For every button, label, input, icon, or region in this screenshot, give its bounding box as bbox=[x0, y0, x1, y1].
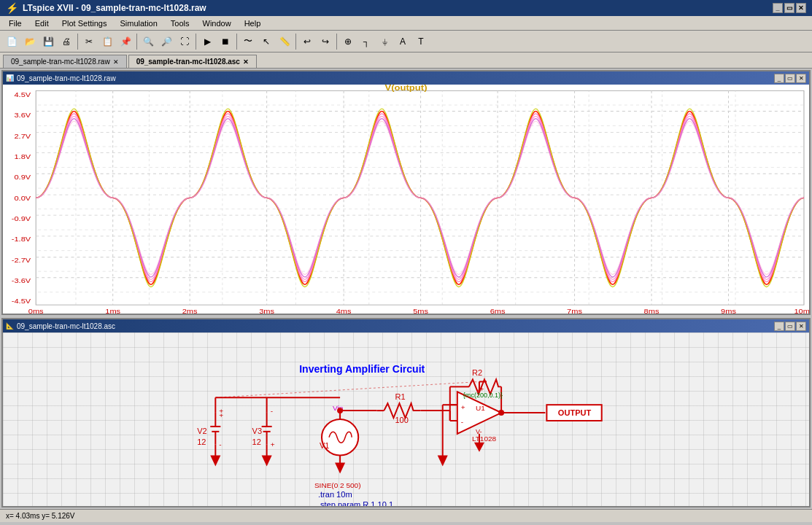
svg-text:R2: R2 bbox=[472, 369, 482, 378]
svg-text:9ms: 9ms bbox=[721, 308, 736, 314]
ground-button[interactable]: ⏚ bbox=[376, 33, 393, 50]
schematic-area[interactable]: Inverting Amplifier Circuit + V2 + - 12 bbox=[3, 332, 809, 506]
separator-2 bbox=[136, 34, 137, 50]
svg-line-114 bbox=[215, 381, 479, 397]
svg-marker-58 bbox=[210, 456, 220, 467]
copy-button[interactable]: 📋 bbox=[98, 33, 116, 50]
tab-bar: 09_sample-tran-mc-lt1028.raw ✕ 09_sample… bbox=[0, 52, 812, 69]
save-button[interactable]: 💾 bbox=[39, 33, 57, 50]
svg-marker-103 bbox=[438, 456, 448, 467]
tab-asc-label: 09_sample-tran-mc-lt1028.asc bbox=[136, 58, 240, 66]
schematic-titlebar: 📐 09_sample-tran-mc-lt1028.asc _ ▭ ✕ bbox=[3, 319, 809, 332]
svg-text:LT1028: LT1028 bbox=[472, 435, 497, 443]
svg-text:-0.9V: -0.9V bbox=[12, 214, 31, 222]
schematic-minimize-btn[interactable]: _ bbox=[774, 322, 784, 331]
separator-3 bbox=[196, 34, 196, 50]
svg-point-72 bbox=[322, 419, 358, 456]
svg-marker-70 bbox=[262, 456, 272, 467]
redo-button[interactable]: ↪ bbox=[317, 33, 334, 50]
component-button[interactable]: ⊕ bbox=[339, 33, 357, 50]
svg-text:.tran 10m: .tran 10m bbox=[318, 490, 352, 499]
plot-svg: 4.5V 3.6V 2.7V 1.8V 0.9V 0.0V -0.9V -1.8… bbox=[3, 85, 809, 314]
svg-text:8ms: 8ms bbox=[644, 308, 660, 314]
status-bar: x= 4.03ms y= 5.126V bbox=[0, 509, 812, 522]
menu-tools[interactable]: Tools bbox=[165, 18, 196, 29]
menu-help[interactable]: Help bbox=[239, 18, 267, 29]
svg-text:-1.8V: -1.8V bbox=[12, 235, 31, 242]
svg-text:100: 100 bbox=[395, 416, 408, 424]
svg-marker-76 bbox=[335, 463, 345, 474]
svg-text:2.7V: 2.7V bbox=[14, 133, 31, 140]
menu-edit[interactable]: Edit bbox=[29, 18, 55, 29]
measure-button[interactable]: 📏 bbox=[276, 33, 293, 50]
svg-point-84 bbox=[337, 408, 343, 413]
menu-plot-settings[interactable]: Plot Settings bbox=[56, 18, 113, 29]
svg-text:12: 12 bbox=[197, 438, 206, 446]
restore-button[interactable]: ▭ bbox=[784, 3, 794, 13]
print-button[interactable]: 🖨 bbox=[58, 33, 75, 50]
undo-button[interactable]: ↩ bbox=[298, 33, 316, 50]
tab-raw-label: 09_sample-tran-mc-lt1028.raw bbox=[11, 58, 110, 66]
plot-window: 📊 09_sample-tran-mc-lt1028.raw _ ▭ ✕ bbox=[1, 70, 811, 315]
zoom-fit-button[interactable]: ⛶ bbox=[176, 33, 193, 50]
minimize-button[interactable]: _ bbox=[773, 3, 783, 13]
svg-text:4.5V: 4.5V bbox=[14, 91, 31, 98]
svg-text:-4.5V: -4.5V bbox=[12, 297, 31, 304]
separator-6 bbox=[336, 34, 337, 50]
svg-text:R1: R1 bbox=[395, 392, 405, 401]
svg-text:SINE(0 2 500): SINE(0 2 500) bbox=[314, 481, 361, 489]
svg-text:3ms: 3ms bbox=[259, 308, 274, 314]
schematic-svg: Inverting Amplifier Circuit + V2 + - 12 bbox=[3, 332, 809, 506]
plot-restore-btn[interactable]: ▭ bbox=[785, 74, 795, 83]
plot-minimize-btn[interactable]: _ bbox=[774, 74, 784, 83]
paste-button[interactable]: 📌 bbox=[117, 33, 134, 50]
open-button[interactable]: 📂 bbox=[21, 33, 39, 50]
schematic-close-btn[interactable]: ✕ bbox=[796, 322, 806, 331]
plot-win-controls: _ ▭ ✕ bbox=[774, 74, 806, 83]
text-button[interactable]: T bbox=[412, 33, 430, 50]
svg-text:.step param R 1 10 1: .step param R 1 10 1 bbox=[318, 500, 393, 506]
tab-asc-close[interactable]: ✕ bbox=[243, 58, 249, 66]
svg-text:1ms: 1ms bbox=[105, 308, 120, 314]
svg-text:4ms: 4ms bbox=[336, 308, 352, 314]
tab-raw[interactable]: 09_sample-tran-mc-lt1028.raw ✕ bbox=[3, 55, 127, 68]
wave-button[interactable]: 〜 bbox=[239, 33, 257, 50]
svg-text:+: + bbox=[271, 440, 275, 448]
menu-file[interactable]: File bbox=[3, 18, 28, 29]
schematic-restore-btn[interactable]: ▭ bbox=[785, 322, 795, 331]
zoom-out-button[interactable]: 🔎 bbox=[158, 33, 175, 50]
tab-raw-close[interactable]: ✕ bbox=[113, 58, 119, 66]
wire-button[interactable]: ┐ bbox=[357, 33, 375, 50]
plot-titlebar: 📊 09_sample-tran-mc-lt1028.raw _ ▭ ✕ bbox=[3, 71, 809, 85]
menu-simulation[interactable]: Simulation bbox=[114, 18, 163, 29]
menu-bar: File Edit Plot Settings Simulation Tools… bbox=[0, 16, 812, 31]
svg-text:V(output): V(output) bbox=[385, 85, 428, 93]
svg-text:1.8V: 1.8V bbox=[14, 153, 31, 160]
halt-button[interactable]: ⏹ bbox=[217, 33, 234, 50]
title-bar: ⚡ LTspice XVII - 09_sample-tran-mc-lt102… bbox=[0, 0, 812, 16]
cut-button[interactable]: ✂ bbox=[80, 33, 98, 50]
tab-asc[interactable]: 09_sample-tran-mc-lt1028.asc ✕ bbox=[128, 55, 257, 68]
svg-marker-109 bbox=[474, 443, 484, 452]
separator-4 bbox=[236, 34, 237, 50]
close-button[interactable]: ✕ bbox=[796, 3, 806, 13]
svg-text:V2: V2 bbox=[197, 427, 207, 435]
app-title: LTspice XVII - 09_sample-tran-mc-lt1028.… bbox=[23, 3, 206, 13]
svg-text:0.9V: 0.9V bbox=[14, 174, 31, 181]
plot-area[interactable]: 4.5V 3.6V 2.7V 1.8V 0.9V 0.0V -0.9V -1.8… bbox=[3, 85, 809, 314]
cursor-button[interactable]: ↖ bbox=[258, 33, 275, 50]
zoom-in-button[interactable]: 🔍 bbox=[139, 33, 157, 50]
plot-close-btn[interactable]: ✕ bbox=[796, 74, 806, 83]
svg-text:-2.7V: -2.7V bbox=[12, 256, 31, 263]
svg-text:10ms: 10ms bbox=[794, 308, 809, 314]
new-button[interactable]: 📄 bbox=[3, 33, 20, 50]
toolbar: 📄 📂 💾 🖨 ✂ 📋 📌 🔍 🔎 ⛶ ▶ ⏹ 〜 ↖ 📏 ↩ ↪ ⊕ ┐ ⏚ … bbox=[0, 31, 812, 52]
svg-text:+: + bbox=[219, 407, 223, 415]
svg-text:U1: U1 bbox=[476, 404, 485, 412]
svg-text:-: - bbox=[461, 418, 463, 426]
svg-text:-: - bbox=[219, 440, 221, 448]
title-bar-controls: _ ▭ ✕ bbox=[773, 3, 806, 13]
run-button[interactable]: ▶ bbox=[198, 33, 216, 50]
net-button[interactable]: A bbox=[394, 33, 411, 50]
menu-window[interactable]: Window bbox=[197, 18, 237, 29]
